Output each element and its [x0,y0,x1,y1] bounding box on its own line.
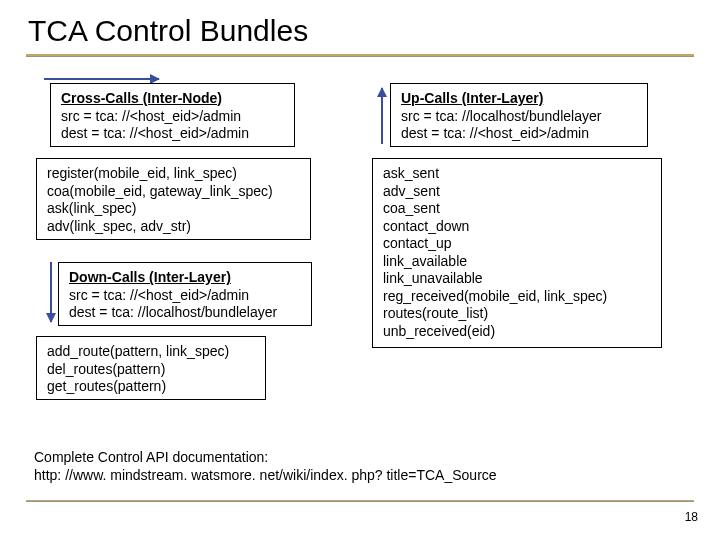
slide: TCA Control Bundles Cross-Calls (Inter-N… [0,0,720,540]
down-calls-arrow-icon [50,262,52,322]
cross-calls-src: src = tca: //<host_eid>/admin [61,108,284,126]
up-calls-item: link_unavailable [383,270,651,288]
footer-link: http: //www. mindstream. watsmore. net/w… [34,466,497,484]
up-calls-heading: Up-Calls (Inter-Layer) [401,90,637,108]
up-calls-src: src = tca: //localhost/bundlelayer [401,108,637,126]
cross-calls-arrow-icon [44,78,159,80]
down-calls-dest: dest = tca: //localhost/bundlelayer [69,304,301,322]
up-calls-item: routes(route_list) [383,305,651,323]
down-calls-header-box: Down-Calls (Inter-Layer) src = tca: //<h… [58,262,312,326]
cross-calls-dest: dest = tca: //<host_eid>/admin [61,125,284,143]
cross-calls-item: coa(mobile_eid, gateway_link_spec) [47,183,300,201]
footer-rule [26,500,694,502]
up-calls-header-box: Up-Calls (Inter-Layer) src = tca: //loca… [390,83,648,147]
cross-calls-item: register(mobile_eid, link_spec) [47,165,300,183]
footer-text: Complete Control API documentation: http… [34,448,497,484]
down-calls-heading: Down-Calls (Inter-Layer) [69,269,301,287]
up-calls-list-box: ask_sent adv_sent coa_sent contact_down … [372,158,662,348]
up-calls-item: contact_down [383,218,651,236]
up-calls-item: adv_sent [383,183,651,201]
title-rule [26,54,694,57]
cross-calls-item: adv(link_spec, adv_str) [47,218,300,236]
up-calls-item: ask_sent [383,165,651,183]
footer-line: Complete Control API documentation: [34,448,497,466]
up-calls-item: reg_received(mobile_eid, link_spec) [383,288,651,306]
up-calls-item: unb_received(eid) [383,323,651,341]
page-number: 18 [685,510,698,524]
down-calls-item: get_routes(pattern) [47,378,255,396]
up-calls-item: coa_sent [383,200,651,218]
cross-calls-item: ask(link_spec) [47,200,300,218]
down-calls-item: add_route(pattern, link_spec) [47,343,255,361]
cross-calls-heading: Cross-Calls (Inter-Node) [61,90,284,108]
cross-calls-list-box: register(mobile_eid, link_spec) coa(mobi… [36,158,311,240]
down-calls-item: del_routes(pattern) [47,361,255,379]
slide-title: TCA Control Bundles [28,14,308,48]
up-calls-arrow-icon [381,88,383,144]
up-calls-item: link_available [383,253,651,271]
up-calls-dest: dest = tca: //<host_eid>/admin [401,125,637,143]
cross-calls-header-box: Cross-Calls (Inter-Node) src = tca: //<h… [50,83,295,147]
up-calls-item: contact_up [383,235,651,253]
down-calls-src: src = tca: //<host_eid>/admin [69,287,301,305]
down-calls-list-box: add_route(pattern, link_spec) del_routes… [36,336,266,400]
